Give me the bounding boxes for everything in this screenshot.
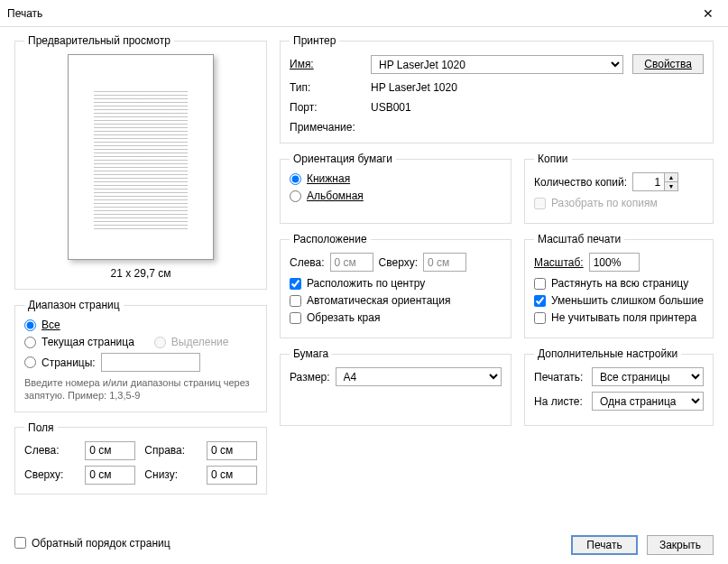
margin-left-label: Слева: [24, 444, 76, 457]
page-preview [68, 54, 214, 260]
auto-orient-checkbox[interactable] [290, 295, 301, 307]
range-current-radio[interactable] [24, 337, 36, 348]
reverse-order-checkbox[interactable] [14, 537, 26, 549]
extra-persheet-select[interactable]: Одна страница [592, 392, 704, 411]
range-hint: Введите номера и/или диапазоны страниц ч… [24, 376, 257, 402]
range-current-label: Текущая страница [41, 336, 134, 348]
margin-left-input[interactable] [85, 441, 135, 460]
printer-name-select[interactable]: HP LaserJet 1020 [371, 55, 623, 74]
reverse-order-label: Обратный порядок страниц [32, 537, 170, 550]
range-pages-input[interactable] [101, 353, 200, 372]
ignore-margins-label: Не учитывать поля принтера [551, 311, 696, 324]
spin-down-icon[interactable]: ▼ [665, 182, 677, 190]
shrink-checkbox[interactable] [534, 295, 546, 307]
orientation-landscape-radio[interactable] [290, 190, 301, 202]
position-left-label: Слева: [290, 256, 325, 269]
position-left-input [330, 253, 373, 272]
range-selection-label: Выделение [171, 336, 229, 348]
printer-type-value: HP LaserJet 1020 [371, 81, 623, 94]
margin-bottom-label: Снизу: [144, 468, 198, 481]
range-all-radio[interactable] [24, 319, 36, 331]
paper-size-label: Размер: [290, 371, 330, 384]
printer-type-label: Тип: [290, 81, 362, 94]
copies-legend: Копии [534, 153, 572, 165]
spin-up-icon[interactable]: ▲ [665, 173, 677, 182]
position-top-label: Сверху: [379, 256, 418, 269]
collate-label: Разобрать по копиям [551, 197, 658, 209]
position-legend: Расположение [290, 233, 371, 245]
crop-checkbox[interactable] [290, 312, 301, 324]
range-pages-label: Страницы: [41, 356, 96, 369]
page-dimensions: 21 x 29,7 см [111, 267, 171, 280]
orientation-portrait-label: Книжная [307, 172, 350, 185]
extra-print-label: Печатать: [534, 371, 586, 384]
crop-label: Обрезать края [307, 311, 380, 324]
scale-input[interactable] [589, 253, 640, 272]
range-selection-radio [154, 337, 166, 348]
stretch-checkbox[interactable] [534, 278, 546, 290]
margins-legend: Поля [24, 421, 58, 434]
range-legend: Диапазон страниц [24, 299, 124, 311]
printer-name-label: Имя: [290, 58, 362, 70]
print-button[interactable]: Печать [571, 535, 638, 555]
printer-port-value: USB001 [371, 101, 623, 114]
copies-count-label: Количество копий: [534, 176, 627, 189]
close-button[interactable]: Закрыть [647, 535, 714, 555]
center-checkbox[interactable] [290, 278, 301, 290]
position-top-input [423, 253, 466, 272]
orientation-portrait-radio[interactable] [290, 173, 301, 185]
shrink-label: Уменьшить слишком большие [551, 294, 704, 307]
close-icon[interactable]: ✕ [687, 0, 728, 27]
orientation-landscape-label: Альбомная [307, 190, 364, 202]
printer-port-label: Порт: [290, 101, 362, 114]
margin-top-input[interactable] [85, 466, 135, 485]
range-pages-radio[interactable] [24, 356, 36, 368]
copies-count-input[interactable] [633, 173, 664, 190]
printer-legend: Принтер [290, 34, 339, 47]
stretch-label: Растянуть на всю страницу [551, 277, 688, 290]
paper-legend: Бумага [290, 347, 332, 360]
margin-bottom-input[interactable] [207, 466, 257, 485]
auto-orient-label: Автоматическая ориентация [307, 294, 450, 307]
scale-legend: Масштаб печати [534, 233, 624, 245]
copies-spinner[interactable]: ▲▼ [632, 172, 678, 191]
window-title: Печать [7, 7, 42, 20]
orientation-legend: Ориентация бумаги [290, 153, 396, 165]
margin-right-input[interactable] [207, 441, 257, 460]
scale-label: Масштаб: [534, 256, 584, 269]
ignore-margins-checkbox[interactable] [534, 312, 546, 324]
printer-properties-button[interactable]: Свойства [632, 54, 704, 74]
center-label: Расположить по центру [307, 277, 425, 290]
extra-persheet-label: На листе: [534, 395, 586, 408]
margin-right-label: Справа: [144, 444, 198, 457]
printer-note-label: Примечание: [290, 121, 362, 134]
preview-legend: Предварительный просмотр [24, 34, 174, 47]
collate-checkbox [534, 198, 546, 209]
range-all-label: Все [41, 319, 60, 331]
margin-top-label: Сверху: [24, 468, 76, 481]
paper-size-select[interactable]: A4 [336, 367, 502, 386]
extra-print-select[interactable]: Все страницы [592, 367, 704, 386]
extra-legend: Дополнительные настройки [534, 347, 681, 360]
